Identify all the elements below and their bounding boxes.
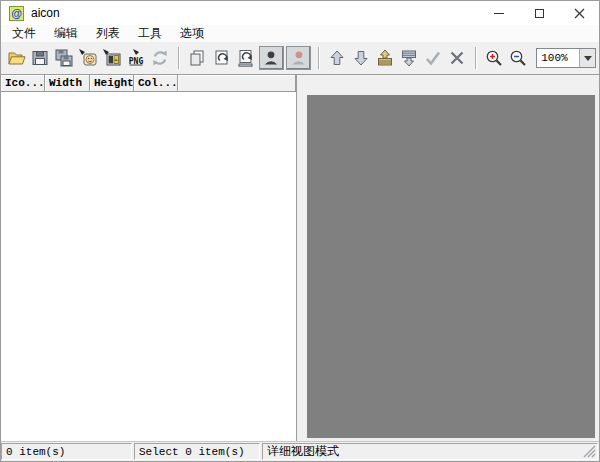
- column-header-label: Height: [94, 77, 134, 89]
- chevron-down-icon: [584, 56, 592, 61]
- refresh-icon: [150, 48, 170, 68]
- window-controls: [479, 1, 599, 25]
- zoom-in-icon: [484, 48, 504, 68]
- column-header-label: Ico...: [5, 77, 45, 89]
- title-bar[interactable]: @ aicon: [1, 1, 599, 25]
- column-header-label: Col...: [138, 77, 178, 89]
- preview-canvas[interactable]: [307, 95, 595, 438]
- move-bottom-button[interactable]: [397, 45, 421, 72]
- status-bar: 0 item(s) Select 0 item(s) 详细视图模式: [1, 441, 599, 461]
- save-all-icon: [54, 48, 74, 68]
- zoom-level-select[interactable]: 100%: [536, 48, 596, 68]
- icon-list-view[interactable]: Ico... Width Height Col...: [1, 75, 297, 441]
- status-selection: Select 0 item(s): [134, 443, 260, 460]
- move-top-button[interactable]: [373, 45, 397, 72]
- main-area: Ico... Width Height Col...: [1, 75, 599, 441]
- status-item-count-text: 0 item(s): [6, 446, 65, 458]
- save-all-button[interactable]: [52, 45, 76, 72]
- import-image-button[interactable]: [76, 45, 100, 72]
- column-header-label: Width: [49, 77, 82, 89]
- app-icon: @: [9, 6, 24, 21]
- import-icon-button[interactable]: [100, 45, 124, 72]
- user-dark-button[interactable]: [259, 46, 284, 70]
- menu-edit[interactable]: 编辑: [45, 24, 87, 43]
- open-folder-icon: [6, 48, 26, 68]
- minimize-button[interactable]: [479, 1, 519, 25]
- zoom-dropdown-button[interactable]: [579, 49, 595, 67]
- close-button[interactable]: [559, 1, 599, 25]
- menu-list[interactable]: 列表: [87, 24, 129, 43]
- close-icon: [574, 8, 585, 19]
- user-light-icon: [288, 48, 308, 68]
- zoom-out-button[interactable]: [506, 45, 530, 72]
- copy-button[interactable]: [185, 45, 209, 72]
- column-header-width[interactable]: Width: [45, 75, 90, 92]
- resize-grip[interactable]: [583, 445, 596, 458]
- menu-file[interactable]: 文件: [3, 24, 45, 43]
- duplicate-commit-icon: [236, 48, 256, 68]
- duplicate-icon: [212, 48, 232, 68]
- menu-options[interactable]: 选项: [171, 24, 213, 43]
- import-image-icon: [78, 48, 98, 68]
- toolbar: PNG: [1, 42, 599, 75]
- zoom-level-value: 100%: [537, 52, 579, 64]
- delete-x-icon: [447, 48, 467, 68]
- maximize-button[interactable]: [519, 1, 559, 25]
- app-window: @ aicon 文件 编辑 列表 工具 选项: [0, 0, 600, 462]
- duplicate-button[interactable]: [209, 45, 233, 72]
- panel-splitter[interactable]: [297, 75, 307, 441]
- window-title: aicon: [31, 6, 60, 20]
- refresh-button[interactable]: [148, 45, 172, 72]
- save-icon: [30, 48, 50, 68]
- move-up-button[interactable]: [325, 45, 349, 72]
- column-header-filler: [178, 75, 296, 92]
- save-button[interactable]: [28, 45, 52, 72]
- status-selection-text: Select 0 item(s): [139, 446, 245, 458]
- menu-bar: 文件 编辑 列表 工具 选项: [1, 25, 599, 42]
- user-dark-icon: [261, 48, 281, 68]
- toolbar-separator: [178, 47, 179, 69]
- column-header-height[interactable]: Height: [90, 75, 134, 92]
- list-body[interactable]: [1, 92, 296, 441]
- move-down-button[interactable]: [349, 45, 373, 72]
- column-header-colors[interactable]: Col...: [134, 75, 178, 92]
- open-button[interactable]: [4, 45, 28, 72]
- export-png-icon: PNG: [126, 48, 146, 68]
- zoom-out-icon: [508, 48, 528, 68]
- move-up-icon: [327, 48, 347, 68]
- zoom-in-button[interactable]: [482, 45, 506, 72]
- apply-button[interactable]: [421, 45, 445, 72]
- move-down-icon: [351, 48, 371, 68]
- copy-icon: [187, 48, 207, 68]
- column-header-icon[interactable]: Ico...: [1, 75, 45, 92]
- export-png-button[interactable]: PNG: [124, 45, 148, 72]
- list-header: Ico... Width Height Col...: [1, 75, 296, 92]
- svg-text:@: @: [11, 7, 22, 19]
- maximize-icon: [535, 9, 544, 18]
- delete-button[interactable]: [445, 45, 469, 72]
- check-icon: [423, 48, 443, 68]
- toolbar-separator: [475, 47, 476, 69]
- status-item-count: 0 item(s): [1, 443, 132, 460]
- duplicate-commit-button[interactable]: [234, 45, 258, 72]
- import-icon-icon: [102, 48, 122, 68]
- menu-tools[interactable]: 工具: [129, 24, 171, 43]
- preview-panel: [307, 75, 599, 441]
- status-view-mode: 详细视图模式: [262, 443, 598, 460]
- status-view-mode-text: 详细视图模式: [267, 443, 339, 460]
- minimize-icon: [494, 13, 504, 14]
- move-bottom-icon: [399, 48, 419, 68]
- user-light-button[interactable]: [286, 46, 311, 70]
- toolbar-separator: [318, 47, 319, 69]
- move-top-icon: [375, 48, 395, 68]
